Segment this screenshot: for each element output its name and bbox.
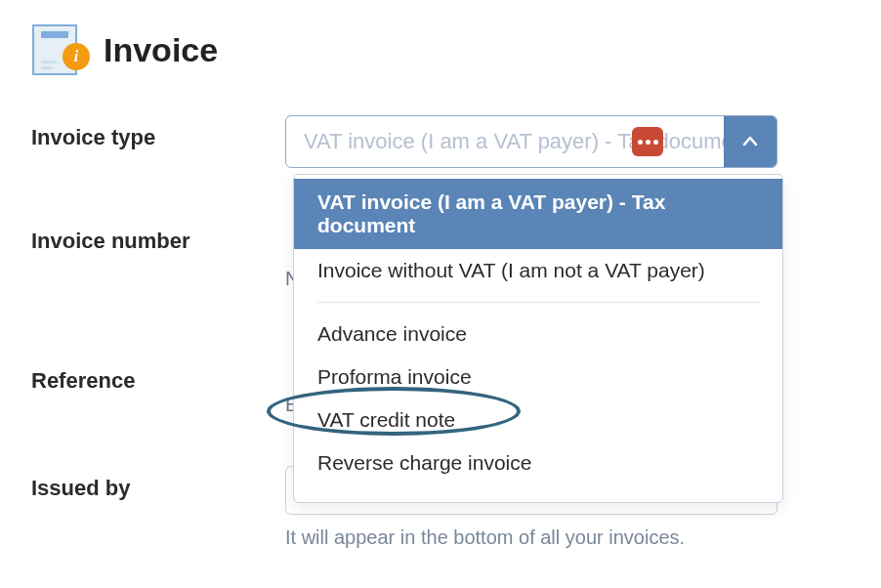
dropdown-item[interactable]: VAT invoice (I am a VAT payer) - Tax doc…	[294, 179, 782, 249]
info-icon: i	[63, 43, 90, 70]
dropdown-divider	[317, 302, 759, 303]
invoice-doc-icon: i	[31, 23, 84, 76]
svg-rect-2	[41, 61, 57, 63]
label-issued-by: Issued by	[31, 466, 285, 501]
ellipsis-icon	[632, 127, 663, 156]
chevron-up-icon	[740, 132, 760, 151]
issued-by-helper: It will appear in the bottom of all your…	[285, 526, 777, 549]
label-invoice-type: Invoice type	[31, 115, 285, 150]
dropdown-item[interactable]: Reverse charge invoice	[294, 441, 782, 484]
row-invoice-type: Invoice type VAT invoice (I am a VAT pay…	[31, 115, 850, 168]
page-title: Invoice	[104, 31, 218, 69]
svg-rect-1	[41, 31, 68, 38]
dropdown-item[interactable]: VAT credit note	[294, 399, 782, 441]
label-reference: Reference	[31, 358, 285, 394]
dropdown-item[interactable]: Advance invoice	[294, 313, 782, 356]
invoice-type-combobox[interactable]: VAT invoice (I am a VAT payer) - Tax doc…	[285, 115, 777, 168]
svg-rect-3	[41, 66, 53, 69]
info-glyph: i	[74, 48, 78, 65]
dropdown-item[interactable]: Invoice without VAT (I am not a VAT paye…	[294, 249, 782, 292]
dropdown-item[interactable]: Proforma invoice	[294, 356, 782, 399]
combobox-toggle-button[interactable]	[724, 116, 776, 167]
combobox-input-area[interactable]: VAT invoice (I am a VAT payer) - Tax doc…	[286, 116, 724, 167]
page-header: i Invoice	[31, 23, 850, 76]
label-invoice-number: Invoice number	[31, 219, 285, 254]
invoice-type-dropdown: VAT invoice (I am a VAT payer) - Tax doc…	[293, 174, 783, 503]
